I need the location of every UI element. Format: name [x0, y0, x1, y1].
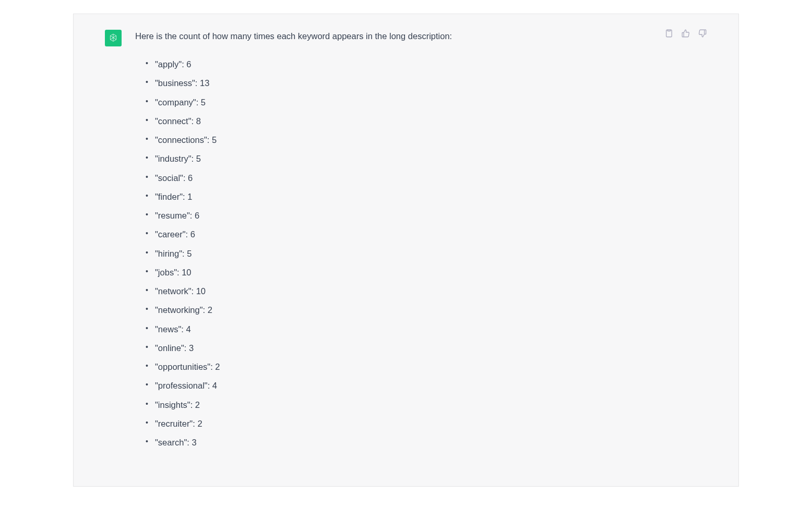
list-item: "opportunities": 2 — [146, 360, 707, 373]
list-item: "insights": 2 — [146, 399, 707, 412]
list-item: "connections": 5 — [146, 134, 707, 147]
list-item: "recruiter": 2 — [146, 417, 707, 430]
list-item: "finder": 1 — [146, 190, 707, 203]
assistant-message-panel: Here is the count of how many times each… — [73, 14, 739, 487]
list-item: "apply": 6 — [146, 58, 707, 71]
keyword-list: "apply": 6"business": 13"company": 5"con… — [135, 58, 707, 449]
list-item: "online": 3 — [146, 342, 707, 355]
message-row: Here is the count of how many times each… — [105, 29, 707, 455]
page-container: Here is the count of how many times each… — [0, 0, 812, 531]
message-content: Here is the count of how many times each… — [135, 29, 707, 455]
thumbs-up-icon — [681, 29, 690, 38]
list-item: "connect": 8 — [146, 115, 707, 128]
thumbs-down-button[interactable] — [698, 29, 707, 38]
list-item: "professional": 4 — [146, 379, 707, 392]
list-item: "network": 10 — [146, 285, 707, 298]
list-item: "career": 6 — [146, 228, 707, 241]
list-item: "company": 5 — [146, 96, 707, 109]
openai-logo-icon — [108, 32, 119, 44]
list-item: "networking": 2 — [146, 304, 707, 317]
thumbs-down-icon — [698, 29, 707, 38]
list-item: "news": 4 — [146, 323, 707, 336]
clipboard-icon — [664, 29, 674, 38]
list-item: "industry": 5 — [146, 152, 707, 165]
thumbs-up-button[interactable] — [681, 29, 690, 38]
list-item: "resume": 6 — [146, 209, 707, 222]
assistant-avatar — [105, 30, 122, 46]
list-item: "search": 3 — [146, 436, 707, 449]
message-actions — [664, 29, 707, 38]
list-item: "hiring": 5 — [146, 247, 707, 260]
copy-button[interactable] — [664, 29, 674, 38]
list-item: "jobs": 10 — [146, 266, 707, 279]
list-item: "business": 13 — [146, 77, 707, 90]
intro-text: Here is the count of how many times each… — [135, 29, 707, 43]
list-item: "social": 6 — [146, 172, 707, 185]
svg-rect-0 — [667, 30, 671, 31]
